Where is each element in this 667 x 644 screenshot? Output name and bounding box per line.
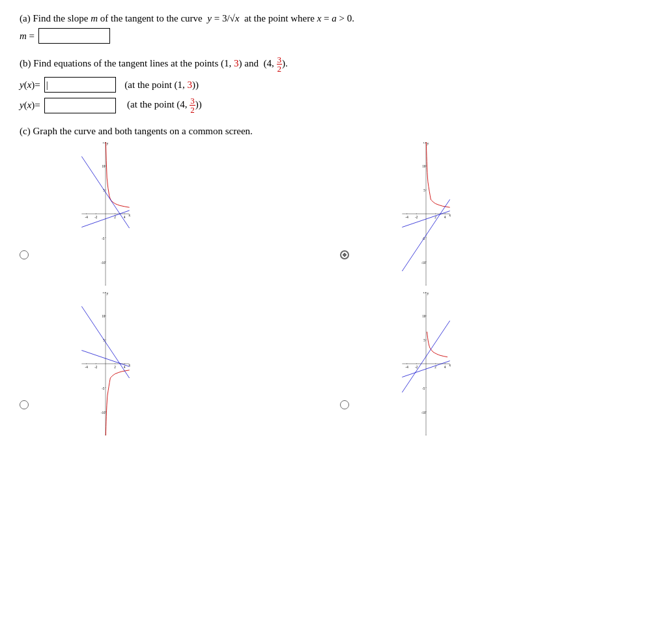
svg-text:-10: -10	[421, 411, 426, 415]
yx-equals-label-2: y(x)=	[20, 100, 40, 111]
radio-1[interactable]	[20, 250, 29, 259]
svg-text:10: 10	[102, 314, 106, 318]
svg-text:x: x	[128, 213, 130, 217]
svg-text:-15: -15	[421, 285, 426, 285]
svg-text:10: 10	[102, 164, 106, 168]
svg-text:15: 15	[423, 142, 427, 144]
svg-text:4: 4	[124, 215, 126, 219]
part-a: (a) Find the slope m of the tangent to t…	[20, 13, 647, 44]
svg-text:-2: -2	[415, 365, 418, 369]
svg-text:15: 15	[102, 292, 106, 294]
svg-text:y: y	[427, 142, 429, 145]
svg-text:-5: -5	[102, 387, 105, 390]
graph-container-2: x y 15 10 5 -5 -10 -15 -4 -2 2	[340, 142, 647, 285]
svg-text:2: 2	[114, 365, 116, 369]
radio-4[interactable]	[340, 400, 349, 409]
svg-text:-4: -4	[85, 215, 88, 219]
graph-container-3: x y 15 10 5 -5 -10 -15 -4 -2 2	[20, 292, 327, 435]
graph-container-1: x y 15 10 5 -5 -10 -15 -4 -2	[20, 142, 327, 285]
svg-text:y: y	[106, 142, 108, 145]
part-b-line2-row: y(x)= (at the point (4, 32))	[20, 96, 647, 114]
svg-text:-4: -4	[405, 215, 408, 219]
part-a-answer-box[interactable]	[38, 28, 110, 44]
svg-text:-2: -2	[94, 365, 98, 369]
part-c-label: (c) Graph the curve and both tangents on…	[20, 126, 647, 137]
svg-text:4: 4	[124, 365, 126, 369]
svg-text:10: 10	[422, 314, 426, 318]
svg-text:-15: -15	[421, 435, 426, 435]
radio-3[interactable]	[20, 400, 29, 409]
svg-text:-4: -4	[405, 365, 408, 369]
part-a-label: (a) Find the slope m of the tangent to t…	[20, 13, 647, 24]
part-b-input-2[interactable]	[45, 98, 115, 113]
part-a-input-row: m =	[20, 28, 647, 44]
svg-text:-10: -10	[101, 261, 106, 265]
svg-text:10: 10	[422, 164, 426, 168]
graph-1: x y 15 10 5 -5 -10 -15 -4 -2	[34, 142, 177, 285]
svg-text:-2: -2	[415, 215, 418, 219]
part-a-input[interactable]	[39, 29, 109, 43]
svg-text:-15: -15	[101, 285, 106, 285]
svg-text:15: 15	[423, 292, 427, 294]
part-b-answer-box-1[interactable]	[44, 77, 116, 93]
graphs-grid: x y 15 10 5 -5 -10 -15 -4 -2	[20, 142, 647, 435]
svg-text:-4: -4	[85, 365, 88, 369]
svg-text:x: x	[128, 363, 130, 367]
svg-text:15: 15	[102, 142, 106, 144]
part-b-input-1[interactable]	[45, 78, 115, 92]
graph-3: x y 15 10 5 -5 -10 -15 -4 -2 2	[34, 292, 177, 435]
graph-2: x y 15 10 5 -5 -10 -15 -4 -2 2	[354, 142, 498, 285]
svg-text:x: x	[449, 363, 451, 367]
radio-2[interactable]	[340, 250, 349, 259]
svg-text:-15: -15	[101, 435, 106, 435]
part-b: (b) Find equations of the tangent lines …	[20, 55, 647, 114]
svg-text:4: 4	[444, 365, 446, 369]
svg-text:y: y	[106, 292, 108, 295]
svg-text:-5: -5	[102, 237, 105, 241]
part-b-label: (b) Find equations of the tangent lines …	[20, 55, 647, 73]
svg-text:5: 5	[423, 188, 425, 192]
svg-text:x: x	[449, 213, 451, 217]
part-b-hint-2: (at the point (4, 32))	[120, 96, 202, 114]
svg-text:4: 4	[444, 215, 446, 219]
m-equals-label: m =	[20, 31, 35, 42]
svg-text:-10: -10	[101, 411, 106, 415]
graph-4: x y 15 10 5 -5 -10 -15 -4 -2 2	[354, 292, 498, 435]
part-b-line1-row: y(x)= (at the point (1, 3))	[20, 77, 647, 93]
part-b-answer-box-2[interactable]	[44, 98, 116, 113]
svg-text:-10: -10	[421, 261, 426, 265]
svg-text:5: 5	[423, 338, 425, 342]
yx-equals-label-1: y(x)=	[20, 80, 40, 91]
svg-text:y: y	[427, 292, 429, 295]
graph-container-4: x y 15 10 5 -5 -10 -15 -4 -2 2	[340, 292, 647, 435]
part-b-hint-1: (at the point (1, 3))	[120, 80, 199, 91]
svg-text:-5: -5	[422, 387, 425, 390]
svg-text:-2: -2	[94, 215, 98, 219]
part-c: (c) Graph the curve and both tangents on…	[20, 126, 647, 435]
